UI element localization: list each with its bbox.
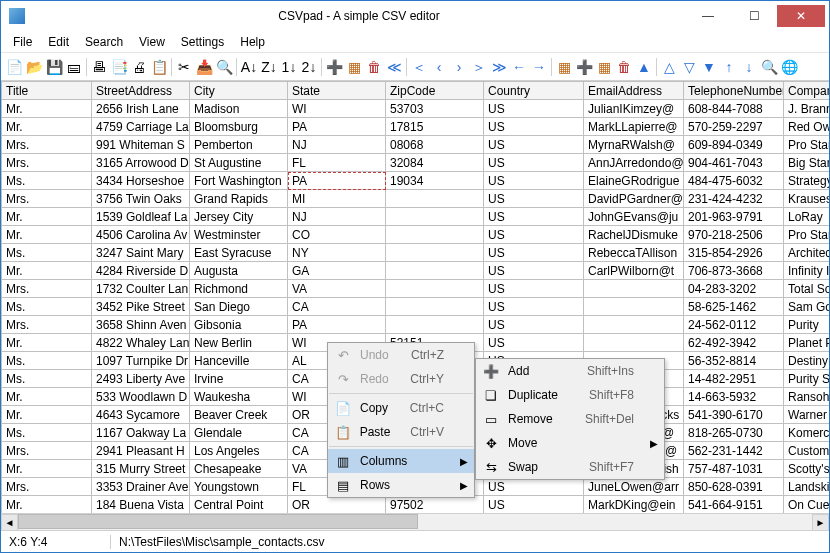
cell[interactable]: Landskip	[784, 478, 830, 496]
cell[interactable]: 19034	[386, 172, 484, 190]
cell[interactable]: Mr.	[2, 460, 92, 478]
scroll-track[interactable]	[18, 514, 812, 530]
cell[interactable]: 184 Buena Vista	[92, 496, 190, 514]
cell[interactable]: Westminster	[190, 226, 288, 244]
cell[interactable]: Krauses	[784, 190, 830, 208]
column-header-streetaddress[interactable]: StreetAddress	[92, 82, 190, 100]
toolbar-button-22[interactable]: ＞	[470, 58, 488, 76]
cell[interactable]: Mrs.	[2, 316, 92, 334]
toolbar-button-29[interactable]: 🗑	[615, 58, 633, 76]
table-row[interactable]: Mr.4759 Carriage LaBloomsburgPA17815USMa…	[2, 118, 830, 136]
cell[interactable]: Mr.	[2, 100, 92, 118]
cell[interactable]: Fort Washington	[190, 172, 288, 190]
cell[interactable]: PA	[288, 172, 386, 190]
cell[interactable]: Ms.	[2, 298, 92, 316]
cell[interactable]: NJ	[288, 208, 386, 226]
column-header-emailaddress[interactable]: EmailAddress	[584, 82, 684, 100]
cell[interactable]: Infinity In	[784, 262, 830, 280]
menu-item-duplicate[interactable]: ❏DuplicateShift+F8	[476, 383, 664, 407]
cell[interactable]: Ms.	[2, 172, 92, 190]
toolbar-button-2[interactable]: 💾	[45, 58, 63, 76]
cell[interactable]: Mrs.	[2, 442, 92, 460]
cell[interactable]: 17815	[386, 118, 484, 136]
cell[interactable]	[584, 298, 684, 316]
menu-item-columns[interactable]: ▥Columns▶	[328, 449, 474, 473]
maximize-button[interactable]: ☐	[731, 5, 777, 27]
cell[interactable]: 14-663-5932	[684, 388, 784, 406]
cell[interactable]: Destiny In	[784, 352, 830, 370]
cell[interactable]: Mrs.	[2, 478, 92, 496]
menu-item-rows[interactable]: ▤Rows▶	[328, 473, 474, 497]
cell[interactable]: 757-487-1031	[684, 460, 784, 478]
cell[interactable]: Mr.	[2, 388, 92, 406]
cell[interactable]: US	[484, 118, 584, 136]
cell[interactable]: JulianIKimzey@	[584, 100, 684, 118]
cell[interactable]: Ms.	[2, 370, 92, 388]
cell[interactable]: DavidPGardner@	[584, 190, 684, 208]
cell[interactable]: Custom	[784, 442, 830, 460]
cell[interactable]: Jersey City	[190, 208, 288, 226]
toolbar-button-36[interactable]: 🔍	[760, 58, 778, 76]
cell[interactable]: 1539 Goldleaf La	[92, 208, 190, 226]
cell[interactable]: Pro Star	[784, 226, 830, 244]
cell[interactable]: 1732 Coulter Lan	[92, 280, 190, 298]
toolbar-button-7[interactable]: 📋	[150, 58, 168, 76]
cell[interactable]: Beaver Creek	[190, 406, 288, 424]
cell[interactable]: US	[484, 478, 584, 496]
table-row[interactable]: Mr.4284 Riverside DAugustaGAUSCarlPWilbo…	[2, 262, 830, 280]
cell[interactable]: 14-482-2951	[684, 370, 784, 388]
cell[interactable]: 4506 Carolina Av	[92, 226, 190, 244]
toolbar-button-4[interactable]: 🖶	[90, 58, 108, 76]
menu-search[interactable]: Search	[77, 33, 131, 51]
toolbar-button-0[interactable]: 📄	[5, 58, 23, 76]
cell[interactable]: US	[484, 100, 584, 118]
table-row[interactable]: Mr.184 Buena VistaCentral PointOR97502US…	[2, 496, 830, 514]
cell[interactable]: St Augustine	[190, 154, 288, 172]
table-row[interactable]: Mrs.3658 Shinn AvenGibsoniaPAUS24-562-01…	[2, 316, 830, 334]
cell[interactable]: 08068	[386, 136, 484, 154]
cell[interactable]: New Berlin	[190, 334, 288, 352]
cell[interactable]: JuneLOwen@arr	[584, 478, 684, 496]
cell[interactable]	[584, 334, 684, 352]
cell[interactable]	[584, 280, 684, 298]
table-row[interactable]: Ms.3247 Saint MaryEast SyracuseNYUSRebec…	[2, 244, 830, 262]
cell[interactable]: 850-628-0391	[684, 478, 784, 496]
cell[interactable]: 24-562-0112	[684, 316, 784, 334]
context-menu[interactable]: ↶UndoCtrl+Z↷RedoCtrl+Y📄CopyCtrl+C📋PasteC…	[327, 342, 475, 498]
cell[interactable]: Los Angeles	[190, 442, 288, 460]
cell[interactable]: 4284 Riverside D	[92, 262, 190, 280]
toolbar-button-12[interactable]: Z↓	[260, 58, 278, 76]
cell[interactable]: Purity Su	[784, 370, 830, 388]
toolbar-button-23[interactable]: ≫	[490, 58, 508, 76]
cell[interactable]: 231-424-4232	[684, 190, 784, 208]
cell[interactable]: CA	[288, 298, 386, 316]
cell[interactable]: 56-352-8814	[684, 352, 784, 370]
cell[interactable]	[386, 298, 484, 316]
cell[interactable]	[584, 316, 684, 334]
cell[interactable]: Mrs.	[2, 280, 92, 298]
cell[interactable]: 4822 Whaley Lan	[92, 334, 190, 352]
toolbar-button-21[interactable]: ›	[450, 58, 468, 76]
cell[interactable]: AnnJArredondo@	[584, 154, 684, 172]
cell[interactable]: Chesapeake	[190, 460, 288, 478]
column-header-city[interactable]: City	[190, 82, 288, 100]
cell[interactable]: 3247 Saint Mary	[92, 244, 190, 262]
cell[interactable]: 3756 Twin Oaks	[92, 190, 190, 208]
cell[interactable]: 533 Woodlawn D	[92, 388, 190, 406]
scroll-right-button[interactable]: ►	[812, 514, 829, 531]
cell[interactable]: OR	[288, 496, 386, 514]
context-submenu-columns[interactable]: ➕AddShift+Ins❏DuplicateShift+F8▭RemoveSh…	[475, 358, 665, 480]
cell[interactable]: Irvine	[190, 370, 288, 388]
cell[interactable]: US	[484, 208, 584, 226]
toolbar-button-10[interactable]: 🔍	[215, 58, 233, 76]
cell[interactable]: 2941 Pleasant H	[92, 442, 190, 460]
cell[interactable]: 706-873-3668	[684, 262, 784, 280]
cell[interactable]: 3658 Shinn Aven	[92, 316, 190, 334]
cell[interactable]: Ransoho	[784, 388, 830, 406]
toolbar-button-16[interactable]: ▦	[345, 58, 363, 76]
cell[interactable]: Mr.	[2, 226, 92, 244]
menu-item-copy[interactable]: 📄CopyCtrl+C	[328, 396, 474, 420]
scroll-thumb[interactable]	[18, 514, 418, 529]
cell[interactable]: 315-854-2926	[684, 244, 784, 262]
cell[interactable]: 484-475-6032	[684, 172, 784, 190]
